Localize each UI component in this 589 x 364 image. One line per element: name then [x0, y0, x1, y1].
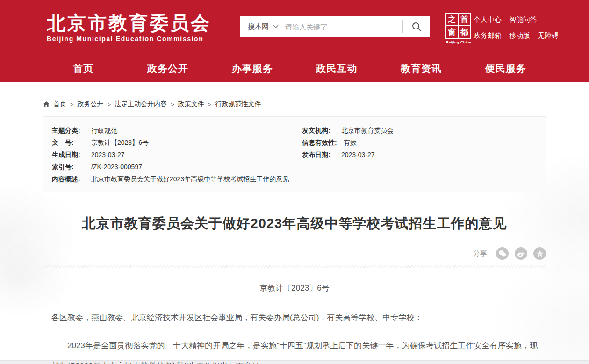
search-icon — [411, 21, 422, 32]
document-meta-panel: 主题分类: 行政规范 文 号: 京教计【2023】6号 生成日期: 2023-0… — [43, 116, 546, 192]
article-title: 北京市教育委员会关于做好2023年高级中等学校考试招生工作的意见 — [43, 214, 546, 233]
meta-value: 2023-03-27 — [91, 149, 125, 161]
nav-item-convenience[interactable]: 便民服务 — [463, 62, 548, 75]
site-title: 北京市教育委员会 — [47, 13, 211, 33]
meta-column-left: 主题分类: 行政规范 文 号: 京教计【2023】6号 生成日期: 2023-0… — [52, 124, 302, 185]
share-label: 分享: — [473, 249, 489, 258]
document-number: 京教计〔2023〕6号 — [43, 283, 546, 293]
share-bar: 分享: — [43, 247, 546, 260]
meta-value: 2023-03-27 — [341, 149, 375, 161]
meta-label: 内容概述: — [52, 173, 85, 185]
meta-value: 有效 — [344, 136, 357, 149]
search-scope-label: 搜本网 — [248, 22, 269, 31]
breadcrumb-separator: > — [208, 101, 212, 108]
seal-char: 之 — [446, 14, 458, 25]
meta-row-validity: 信息有效性: 有效 — [302, 136, 535, 149]
meta-value: 北京市教育委员会 — [341, 124, 394, 136]
breadcrumb-item-home[interactable]: 首页 — [53, 100, 66, 108]
wechat-icon — [498, 250, 506, 257]
article-paragraph: 2023年是全面贯彻落实党的二十大精神的开局之年，是实施“十四五”规划承上启下的… — [43, 335, 546, 364]
breadcrumb-separator: > — [171, 101, 174, 108]
meta-label: 索引号: — [52, 161, 85, 173]
meta-row-index-number: 索引号: /ZK-2023-000597 — [52, 161, 302, 173]
quick-links: 个人中心 智能问答 政务邮箱 移动版 无障碍 — [474, 15, 559, 47]
site-subtitle: Beijing Municipal Education Commission — [47, 35, 211, 43]
breadcrumb-item-gov-affairs[interactable]: 政务公开 — [78, 100, 104, 108]
meta-row-topic: 主题分类: 行政规范 — [52, 124, 302, 136]
seal-char: 窗 — [446, 26, 458, 38]
link-mobile-version[interactable]: 移动版 — [509, 31, 530, 40]
meta-label: 信息有效性: — [302, 136, 337, 149]
breadcrumb-item-open-content[interactable]: 法定主动公开内容 — [115, 100, 167, 108]
content-area: 首页 > 政务公开 > 法定主动公开内容 > 政策文件 > 行政规范性文件 主题… — [0, 82, 589, 360]
site-header: 北京市教育委员会 Beijing Municipal Education Com… — [0, 0, 589, 55]
search-box: 搜本网 — [240, 16, 430, 37]
link-accessibility[interactable]: 无障碍 — [538, 31, 559, 40]
search-input[interactable] — [285, 23, 402, 31]
article-salutation: 各区教委，燕山教委、北京经济技术开发区社会事业局，有关委办局(总公司)，有关高等… — [43, 311, 546, 324]
meta-label: 发布日期: — [302, 149, 335, 161]
meta-value: 行政规范 — [91, 124, 117, 136]
meta-label: 文 号: — [52, 136, 85, 149]
meta-value: 北京市教育委员会关于做好2023年高级中等学校考试招生工作的意见 — [91, 173, 289, 185]
breadcrumb-separator: > — [70, 101, 74, 108]
meta-column-right: 发文机构: 北京市教育委员会 信息有效性: 有效 发布日期: 2023-03-2… — [302, 124, 535, 185]
breadcrumb: 首页 > 政务公开 > 法定主动公开内容 > 政策文件 > 行政规范性文件 — [43, 82, 546, 108]
meta-value: /ZK-2023-000597 — [91, 161, 142, 173]
nav-item-home[interactable]: 首页 — [41, 62, 126, 75]
link-personal-center[interactable]: 个人中心 — [474, 15, 502, 24]
meta-row-summary: 内容概述: 北京市教育委员会关于做好2023年高级中等学校考试招生工作的意见 — [52, 173, 302, 185]
seal-char: 首 — [459, 14, 470, 25]
share-wechat-button[interactable] — [496, 247, 509, 260]
link-gov-mailbox[interactable]: 政务邮箱 — [474, 31, 502, 40]
search-button[interactable] — [403, 16, 430, 37]
meta-row-issuing-agency: 发文机构: 北京市教育委员会 — [302, 124, 535, 136]
search-scope-dropdown[interactable]: 搜本网 — [240, 22, 285, 31]
hatched-divider — [43, 265, 546, 268]
capital-window-seal-icon: 之 首 窗 都 — [445, 13, 471, 39]
meta-label: 主题分类: — [52, 124, 85, 136]
breadcrumb-item-normative-files[interactable]: 行政规范性文件 — [215, 100, 261, 108]
meta-row-publish-date: 发布日期: 2023-03-27 — [302, 149, 535, 161]
share-weibo-button[interactable] — [515, 247, 527, 260]
nav-item-edu-news[interactable]: 教育资讯 — [379, 62, 464, 75]
chevron-down-icon — [273, 25, 279, 29]
meta-row-doc-number: 文 号: 京教计【2023】6号 — [52, 136, 302, 149]
qzone-star-icon — [536, 250, 544, 257]
breadcrumb-item-policy-files[interactable]: 政策文件 — [178, 100, 204, 108]
nav-item-interaction[interactable]: 政民互动 — [294, 62, 379, 75]
weibo-icon — [517, 250, 525, 257]
nav-item-services[interactable]: 办事服务 — [210, 62, 294, 75]
seal-caption: Beijing-China — [445, 40, 472, 44]
breadcrumb-separator: > — [108, 101, 111, 108]
site-logo[interactable]: 北京市教育委员会 Beijing Municipal Education Com… — [47, 13, 211, 43]
seal-char: 都 — [459, 26, 470, 38]
link-smart-qa[interactable]: 智能问答 — [509, 15, 537, 24]
meta-value: 京教计【2023】6号 — [91, 136, 149, 149]
meta-label: 发文机构: — [302, 124, 335, 136]
nav-item-gov-affairs[interactable]: 政务公开 — [126, 62, 210, 75]
home-icon — [43, 101, 50, 107]
meta-row-created-date: 生成日期: 2023-03-27 — [52, 149, 302, 161]
capital-window-logo[interactable]: 之 首 窗 都 Beijing-China — [445, 13, 472, 44]
meta-label: 生成日期: — [52, 149, 85, 161]
share-qzone-button[interactable] — [533, 247, 546, 260]
main-nav: 首页 政务公开 办事服务 政民互动 教育资讯 便民服务 — [0, 55, 589, 82]
page: 北京市教育委员会 Beijing Municipal Education Com… — [0, 0, 589, 364]
